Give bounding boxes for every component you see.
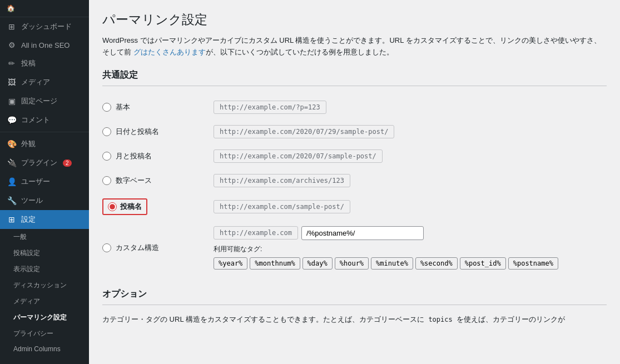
description-link[interactable]: グはたくさんあります	[133, 48, 206, 56]
month-name-option-label[interactable]: 月と投稿名	[102, 151, 214, 161]
options-code: topics	[426, 315, 454, 324]
sidebar-divider	[0, 132, 89, 132]
tag-day[interactable]: %day%	[302, 257, 333, 270]
sidebar-item-dashboard[interactable]: ⊞ ダッシュボード	[0, 17, 89, 36]
options-section: オプション カテゴリー・タグの URL 構造をカスタマイズすることもできます。た…	[102, 288, 607, 326]
privacy-label: プライバシー	[13, 329, 53, 338]
sidebar-logo: 🏠	[0, 0, 89, 17]
tag-monthnum[interactable]: %monthnum%	[250, 257, 300, 270]
plugins-badge: 2	[63, 159, 72, 167]
day-name-url-example: http://example.com/2020/07/29/sample-pos…	[214, 125, 394, 138]
tag-minute[interactable]: %minute%	[371, 257, 413, 270]
tag-second[interactable]: %second%	[415, 257, 458, 270]
tag-postname[interactable]: %postname%	[508, 257, 558, 270]
available-tags-label: 利用可能なタグ:	[214, 245, 607, 254]
main-content: パーマリンク設定 WordPress ではパーマリンクやアーカイブにカスタム U…	[89, 0, 620, 364]
tags-container: %year% %monthnum% %day% %hour% %minute% …	[214, 257, 607, 270]
sidebar-item-label: コメント	[21, 115, 50, 125]
permalink-label: パーマリンク設定	[13, 313, 67, 322]
sidebar-item-pages[interactable]: ▣ 固定ページ	[0, 92, 89, 111]
table-row: 基本 http://example.com/?p=123	[102, 95, 607, 119]
table-row: 数字ベース http://example.com/archives/123	[102, 168, 607, 193]
post-name-radio[interactable]	[108, 202, 117, 211]
sidebar-item-reading[interactable]: 表示設定	[0, 261, 89, 277]
media-sub-label: メディア	[13, 297, 40, 306]
admincolumns-label: Admin Columns	[13, 345, 61, 353]
sidebar-item-label: 固定ページ	[21, 96, 57, 106]
wp-logo-icon: 🏠	[7, 4, 15, 12]
sidebar-item-label: ユーザー	[21, 177, 50, 187]
general-label: 一般	[13, 232, 27, 242]
day-name-radio[interactable]	[102, 127, 111, 136]
sidebar-item-label: 外観	[21, 139, 36, 149]
post-name-url-example: http://example.com/sample-post/	[214, 200, 350, 213]
sidebar-item-users[interactable]: 👤 ユーザー	[0, 172, 89, 191]
writing-label: 投稿設定	[13, 248, 40, 258]
sidebar-item-general[interactable]: 一般	[0, 229, 89, 245]
posts-icon: ✏	[7, 59, 17, 68]
sidebar-item-label: メディア	[21, 77, 50, 87]
numeric-option-label[interactable]: 数字ベース	[102, 176, 214, 186]
settings-icon: ⊞	[7, 215, 17, 224]
sidebar-item-label: 投稿	[21, 58, 36, 68]
numeric-url-example: http://example.com/archives/123	[214, 174, 350, 187]
table-row: 日付と投稿名 http://example.com/2020/07/29/sam…	[102, 119, 607, 144]
comments-icon: 💬	[7, 116, 17, 124]
reading-label: 表示設定	[13, 265, 40, 274]
sidebar-item-media[interactable]: 🖼 メディア	[0, 73, 89, 92]
numeric-radio[interactable]	[102, 176, 111, 185]
sidebar: 🏠 ⊞ ダッシュボード ⚙ All in One SEO ✏ 投稿 🖼 メディア…	[0, 0, 89, 364]
settings-submenu: 一般 投稿設定 表示設定 ディスカッション メディア パーマリンク設定 プライバ…	[0, 229, 89, 356]
sidebar-item-appearance[interactable]: 🎨 外観	[0, 134, 89, 153]
sidebar-item-comments[interactable]: 💬 コメント	[0, 111, 89, 129]
aioseo-icon: ⚙	[7, 41, 17, 49]
plain-url-example: http://example.com/?p=123	[214, 101, 326, 114]
sidebar-item-label: ダッシュボード	[21, 22, 72, 32]
sidebar-item-posts[interactable]: ✏ 投稿	[0, 54, 89, 73]
custom-structure-input[interactable]	[301, 226, 424, 240]
sidebar-item-aioseo[interactable]: ⚙ All in One SEO	[0, 36, 89, 54]
appearance-icon: 🎨	[7, 139, 17, 148]
sidebar-item-label: 設定	[21, 215, 36, 225]
month-name-radio[interactable]	[102, 152, 111, 161]
plain-option-label[interactable]: 基本	[102, 102, 214, 112]
day-name-option-label[interactable]: 日付と投稿名	[102, 127, 214, 137]
sidebar-item-label: All in One SEO	[21, 41, 70, 49]
tools-icon: 🔧	[7, 196, 17, 205]
permalink-options-table: 基本 http://example.com/?p=123 日付と投稿名 http…	[102, 95, 607, 275]
custom-structure-row: http://example.com	[214, 226, 607, 240]
sidebar-item-discussion[interactable]: ディスカッション	[0, 277, 89, 293]
common-settings-title: 共通設定	[102, 69, 607, 86]
custom-option-label[interactable]: カスタム構造	[102, 243, 214, 253]
tag-post-id[interactable]: %post_id%	[460, 257, 506, 270]
sidebar-item-privacy[interactable]: プライバシー	[0, 326, 89, 342]
sidebar-item-settings[interactable]: ⊞ 設定	[0, 210, 89, 229]
sidebar-item-plugins[interactable]: 🔌 プラグイン 2	[0, 153, 89, 172]
month-name-url-example: http://example.com/2020/07/sample-post/	[214, 149, 383, 163]
table-row: 月と投稿名 http://example.com/2020/07/sample-…	[102, 144, 607, 168]
sidebar-item-permalink[interactable]: パーマリンク設定	[0, 310, 89, 326]
pages-icon: ▣	[7, 97, 17, 106]
sidebar-item-label: ツール	[21, 196, 43, 206]
sidebar-item-tools[interactable]: 🔧 ツール	[0, 191, 89, 210]
dashboard-icon: ⊞	[7, 22, 17, 31]
options-description: カテゴリー・タグの URL 構造をカスタマイズすることもできます。たとえば、カテ…	[102, 314, 603, 326]
media-icon: 🖼	[7, 78, 17, 87]
tag-year[interactable]: %year%	[214, 257, 247, 270]
page-title: パーマリンク設定	[102, 11, 607, 28]
sidebar-item-admincolumns[interactable]: Admin Columns	[0, 342, 89, 356]
tag-hour[interactable]: %hour%	[335, 257, 369, 270]
plain-radio[interactable]	[102, 103, 111, 112]
sidebar-item-media-sub[interactable]: メディア	[0, 293, 89, 310]
page-description: WordPress ではパーマリンクやアーカイブにカスタム URL 構造を使うこ…	[102, 35, 603, 58]
sidebar-item-writing[interactable]: 投稿設定	[0, 245, 89, 261]
custom-url-prefix: http://example.com	[214, 226, 298, 240]
users-icon: 👤	[7, 177, 17, 186]
table-row: 投稿名 http://example.com/sample-post/	[102, 193, 607, 221]
discussion-label: ディスカッション	[13, 281, 67, 290]
post-name-selected-wrapper: 投稿名	[102, 198, 147, 215]
plugins-icon: 🔌	[7, 158, 17, 167]
options-title: オプション	[102, 288, 607, 305]
sidebar-item-label: プラグイン	[21, 158, 57, 168]
custom-radio[interactable]	[102, 243, 111, 252]
